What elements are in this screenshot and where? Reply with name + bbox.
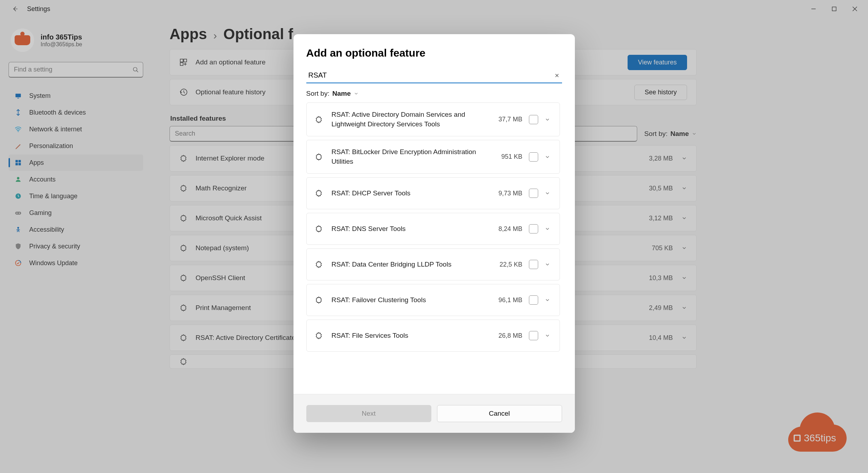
feature-name: RSAT: DNS Server Tools — [332, 224, 488, 234]
optional-feature-row[interactable]: RSAT: Data Center Bridging LLDP Tools22,… — [306, 248, 560, 280]
feature-name: RSAT: DHCP Server Tools — [332, 189, 488, 198]
feature-size: 96,1 MB — [494, 296, 523, 304]
feature-checkbox[interactable] — [529, 260, 538, 269]
chevron-down-icon — [354, 91, 359, 96]
feature-icon — [315, 115, 325, 124]
feature-size: 26,8 MB — [494, 332, 523, 340]
feature-checkbox[interactable] — [529, 189, 538, 198]
feature-icon — [315, 260, 325, 269]
feature-checkbox[interactable] — [529, 152, 538, 162]
feature-size: 951 KB — [494, 153, 523, 161]
feature-size: 37,7 MB — [494, 116, 523, 123]
feature-size: 8,24 MB — [494, 225, 523, 233]
optional-feature-row[interactable]: RSAT: Failover Clustering Tools96,1 MB — [306, 284, 560, 316]
optional-feature-row[interactable]: RSAT: BitLocker Drive Encryption Adminis… — [306, 140, 560, 174]
optional-feature-row[interactable]: RSAT: File Services Tools26,8 MB — [306, 320, 560, 352]
clear-search-button[interactable]: ✕ — [555, 72, 559, 79]
chevron-down-icon[interactable] — [545, 297, 552, 303]
optional-feature-row[interactable]: RSAT: DHCP Server Tools9,73 MB — [306, 177, 560, 209]
feature-name: RSAT: BitLocker Drive Encryption Adminis… — [332, 147, 488, 166]
feature-icon — [315, 331, 325, 340]
chevron-down-icon[interactable] — [545, 333, 552, 338]
feature-checkbox[interactable] — [529, 331, 538, 340]
feature-name: RSAT: Failover Clustering Tools — [332, 295, 488, 305]
modal-search-input[interactable] — [306, 68, 562, 83]
modal-backdrop[interactable]: Add an optional feature ✕ Sort by: Name … — [0, 0, 868, 473]
feature-size: 22,5 KB — [494, 261, 523, 268]
chevron-down-icon[interactable] — [545, 262, 552, 267]
cancel-button[interactable]: Cancel — [437, 405, 562, 422]
feature-icon — [315, 189, 325, 198]
feature-icon — [315, 153, 325, 161]
feature-size: 9,73 MB — [494, 190, 523, 197]
feature-name: RSAT: File Services Tools — [332, 331, 488, 341]
chevron-down-icon[interactable] — [545, 154, 552, 160]
feature-icon — [315, 225, 325, 233]
feature-checkbox[interactable] — [529, 224, 538, 233]
feature-checkbox[interactable] — [529, 295, 538, 305]
add-feature-modal: Add an optional feature ✕ Sort by: Name … — [293, 34, 575, 433]
chevron-down-icon[interactable] — [545, 226, 552, 232]
modal-sort-dropdown[interactable]: Sort by: Name — [306, 90, 562, 98]
feature-checkbox[interactable] — [529, 115, 538, 124]
next-button[interactable]: Next — [306, 405, 431, 422]
modal-title: Add an optional feature — [306, 47, 562, 59]
chevron-down-icon[interactable] — [545, 190, 552, 196]
feature-name: RSAT: Active Directory Domain Services a… — [332, 110, 488, 129]
feature-icon — [315, 296, 325, 304]
feature-name: RSAT: Data Center Bridging LLDP Tools — [332, 260, 488, 269]
optional-feature-row[interactable]: RSAT: DNS Server Tools8,24 MB — [306, 213, 560, 245]
optional-feature-row[interactable]: RSAT: Active Directory Domain Services a… — [306, 103, 560, 136]
chevron-down-icon[interactable] — [545, 117, 552, 122]
